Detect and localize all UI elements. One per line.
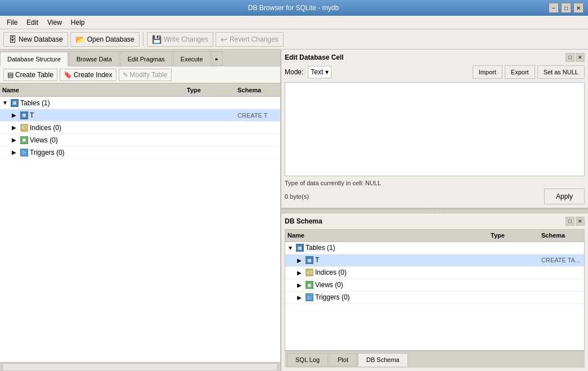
revert-icon: ↩ [221, 35, 227, 44]
tab-edit-pragmas[interactable]: Edit Pragmas [120, 51, 172, 66]
create-index-icon: 🔖 [64, 71, 72, 79]
tab-execute[interactable]: Execute [173, 51, 210, 66]
edit-cell-section: Edit Database Cell □ ✕ Mode: Text ▾ Impo… [281, 50, 588, 209]
schema-expand-t[interactable]: ▶ [297, 257, 304, 263]
schema-indices-label: Indices (0) [315, 269, 347, 276]
h-scrollbar[interactable] [2, 363, 278, 371]
create-index-label: Create Index [74, 71, 113, 79]
schema-view-icon: ▣ [306, 281, 313, 289]
new-database-label: New Database [19, 35, 63, 43]
modify-table-button[interactable]: ✎ Modify Table [119, 69, 172, 81]
new-database-button[interactable]: 🗄 New Database [3, 32, 68, 47]
view-icon: ▣ [20, 136, 28, 144]
minimize-button[interactable]: − [549, 3, 559, 13]
tree-row-triggers[interactable]: ▶ ▷ Triggers (0) [0, 146, 280, 159]
tree-row-views[interactable]: ▶ ▣ Views (0) [0, 134, 280, 146]
schema-expand-tables[interactable]: ▼ [288, 245, 294, 251]
create-index-button[interactable]: 🔖 Create Index [60, 69, 116, 81]
table-collection-icon: ▦ [11, 99, 19, 107]
indices-label: Indices (0) [30, 124, 61, 132]
expand-indices-arrow[interactable]: ▶ [12, 124, 19, 131]
open-db-icon: 📂 [75, 35, 85, 44]
schema-table-collection-icon: ▦ [296, 244, 304, 252]
tree-header-type: Type [185, 87, 235, 93]
export-button[interactable]: Export [505, 65, 535, 79]
menu-help[interactable]: Help [66, 17, 89, 28]
window-controls[interactable]: − □ ✕ [549, 3, 583, 13]
apply-button[interactable]: Apply [544, 189, 585, 204]
bottom-tab-db-schema[interactable]: DB Schema [358, 353, 408, 366]
h-scrollbar-area [0, 362, 280, 371]
title-bar: DB Browser for SQLite - mydb − □ ✕ [0, 0, 588, 16]
schema-t-label: T [315, 256, 319, 264]
schema-row-views[interactable]: ▶ ▣ Views (0) [285, 279, 584, 292]
revert-changes-label: Revert Changes [230, 35, 279, 43]
toolbar-separator [143, 33, 143, 46]
tree-row-t[interactable]: ▶ ▦ T CREATE T [0, 109, 280, 122]
db-schema-controls[interactable]: □ ✕ [565, 217, 585, 226]
menu-file[interactable]: File [2, 17, 22, 28]
tab-more-button[interactable]: ▸ [212, 51, 223, 66]
schema-expand-indices[interactable]: ▶ [297, 270, 304, 276]
expand-triggers-arrow[interactable]: ▶ [12, 149, 19, 155]
create-table-button[interactable]: ▤ Create Table [3, 69, 57, 81]
db-schema-close-btn[interactable]: ✕ [576, 217, 585, 226]
expand-tables-arrow[interactable]: ▼ [2, 100, 9, 106]
schema-expand-triggers[interactable]: ▶ [297, 294, 304, 301]
schema-row-triggers[interactable]: ▶ ▷ Triggers (0) [285, 292, 584, 304]
schema-index-icon: 🏷 [306, 269, 313, 276]
mode-label: Mode: [285, 68, 303, 76]
action-buttons: Import Export Set as NULL [473, 65, 585, 79]
schema-row-tables[interactable]: ▼ ▦ Tables (1) [285, 242, 584, 254]
create-table-label: Create Table [15, 71, 53, 79]
trigger-icon: ▷ [20, 149, 28, 157]
schema-tree-body: ▼ ▦ Tables (1) ▶ ▦ T CRE [285, 242, 585, 351]
apply-row: 0 byte(s) Apply [285, 189, 585, 204]
schema-header-name: Name [285, 232, 488, 239]
tab-database-structure[interactable]: Database Structure [0, 52, 68, 66]
db-schema-section: DB Schema □ ✕ Name Type Schema ▼ ▦ [281, 213, 588, 372]
schema-tree-header: Name Type Schema [285, 229, 585, 242]
db-schema-title: DB Schema [285, 217, 322, 225]
schema-row-t[interactable]: ▶ ▦ T CREATE TA... [285, 254, 584, 267]
revert-changes-button[interactable]: ↩ Revert Changes [216, 32, 284, 47]
menu-view[interactable]: View [43, 17, 66, 28]
schema-expand-views[interactable]: ▶ [297, 282, 304, 288]
edit-cell-minimize-btn[interactable]: □ [565, 53, 574, 62]
sub-toolbar: ▤ Create Table 🔖 Create Index ✎ Modify T… [0, 66, 280, 83]
tree-header-name: Name [0, 87, 185, 93]
edit-cell-controls[interactable]: □ ✕ [565, 53, 585, 62]
edit-cell-close-btn[interactable]: ✕ [576, 53, 585, 62]
bottom-tab-plot[interactable]: Plot [329, 353, 357, 366]
tree-row-tables[interactable]: ▼ ▦ Tables (1) [0, 97, 280, 109]
expand-views-arrow[interactable]: ▶ [12, 137, 19, 143]
views-label: Views (0) [30, 136, 58, 144]
maximize-button[interactable]: □ [561, 3, 571, 13]
close-button[interactable]: ✕ [573, 3, 583, 13]
tab-browse-data[interactable]: Browse Data [69, 51, 119, 66]
panel-divider[interactable]: · · · · · [281, 209, 588, 213]
expand-t-arrow[interactable]: ▶ [12, 112, 19, 118]
schema-table-icon: ▦ [306, 256, 313, 264]
table-icon: ▦ [20, 111, 28, 119]
db-schema-minimize-btn[interactable]: □ [565, 217, 574, 226]
t-label: T [30, 111, 34, 119]
cell-text-area[interactable] [285, 82, 585, 176]
set-null-button[interactable]: Set as NULL [537, 65, 585, 79]
schema-t-schema: CREATE TA... [539, 257, 584, 263]
open-database-button[interactable]: 📂 Open Database [70, 32, 140, 47]
mode-select[interactable]: Text ▾ [308, 66, 331, 78]
left-panel: Database Structure Browse Data Edit Prag… [0, 50, 281, 371]
schema-triggers-label: Triggers (0) [315, 293, 350, 301]
bottom-tab-sql-log[interactable]: SQL Log [287, 353, 328, 366]
write-changes-label: Write Changes [164, 35, 208, 43]
modify-icon: ✎ [123, 71, 128, 79]
tree-row-indices[interactable]: ▶ 🏷 Indices (0) [0, 122, 280, 134]
tree-header-schema: Schema [235, 87, 280, 93]
cell-size-info: 0 byte(s) [285, 193, 309, 200]
schema-row-indices[interactable]: ▶ 🏷 Indices (0) [285, 267, 584, 279]
write-changes-button[interactable]: 💾 Write Changes [147, 32, 213, 47]
menu-edit[interactable]: Edit [22, 17, 43, 28]
mode-dropdown-arrow: ▾ [325, 68, 329, 76]
import-button[interactable]: Import [473, 65, 502, 79]
